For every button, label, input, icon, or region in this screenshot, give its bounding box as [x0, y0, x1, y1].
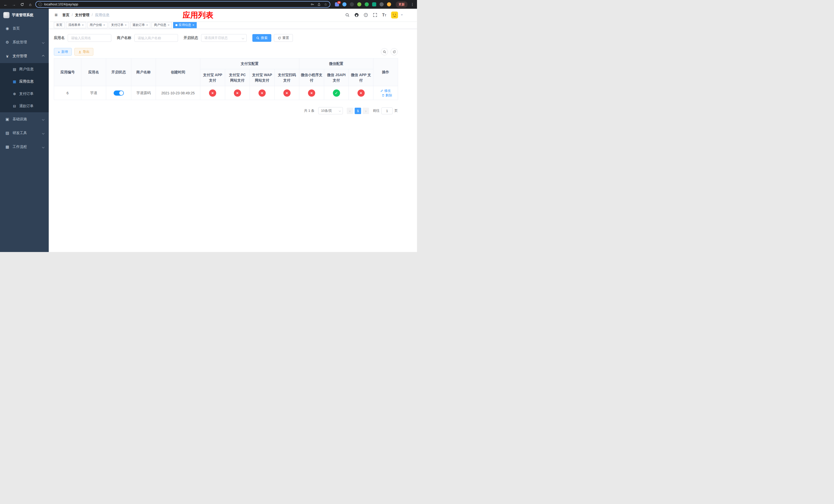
bookmark-star-icon[interactable]: ☆	[324, 3, 327, 6]
app-name-input[interactable]	[68, 34, 111, 42]
order-icon: ⊕	[12, 92, 17, 96]
extension-icon-4[interactable]	[357, 2, 361, 6]
chrome-update-button[interactable]: 更新	[396, 1, 408, 8]
grid-icon: ▦	[12, 79, 17, 84]
tab-user-group[interactable]: 用户分组×	[87, 22, 108, 28]
tags-view-bar: 首页 流程表单× 用户分组× 支付订单× 退款订单× 商户信息× 应用信息×	[49, 21, 417, 29]
page-number-1[interactable]: 1	[355, 108, 361, 114]
app-table: 应用编号 应用名 开启状态 商户名称 创建时间 支付宝配置 微信配置 操作 支付…	[54, 58, 398, 100]
edit-button[interactable]: 修改	[380, 88, 391, 93]
address-bar[interactable]: i localhost:1024/pay/app ☆	[36, 1, 330, 8]
breadcrumb-payment[interactable]: 支付管理	[69, 13, 89, 18]
sidebar-item-home[interactable]: ◉ 首页	[0, 22, 49, 36]
chevron-down-icon	[339, 110, 341, 112]
total-count: 共 1 条	[304, 109, 314, 113]
chrome-menu-icon[interactable]: ⋮	[410, 2, 415, 6]
document-icon: ⊟	[12, 104, 17, 108]
cell-status	[106, 86, 131, 100]
forward-icon[interactable]: →	[11, 1, 17, 7]
search-button[interactable]: 搜索	[253, 34, 271, 42]
sidebar-item-merchant-info[interactable]: ▤ 商户信息	[0, 63, 49, 75]
browser-toolbar: ← → ⌂ i localhost:1024/pay/app ☆ 10 更新 ⋮	[0, 0, 417, 9]
alipay-app-status-icon: ×	[209, 90, 216, 97]
app-main: 应用名 商户名称 开启状态 请选择开启状态	[49, 29, 417, 252]
sidebar-item-infrastructure[interactable]: ▣ 基础设施	[0, 112, 49, 126]
font-size-icon[interactable]: TT	[382, 13, 386, 17]
tab-home[interactable]: 首页	[54, 22, 65, 28]
fullscreen-icon[interactable]	[373, 13, 377, 17]
reset-button[interactable]: 重置	[274, 34, 293, 42]
delete-button[interactable]: 删除	[381, 93, 392, 98]
refresh-icon	[278, 37, 281, 40]
page-size-select[interactable]: 10条/页	[318, 107, 343, 114]
extension-icon-5[interactable]	[365, 2, 369, 6]
close-icon[interactable]: ×	[125, 23, 127, 27]
add-button[interactable]: + 新增	[54, 48, 72, 55]
merchant-name-input[interactable]	[134, 34, 178, 42]
status-toggle[interactable]	[114, 91, 124, 96]
home-icon[interactable]: ⌂	[27, 1, 33, 7]
refresh-icon	[393, 50, 396, 53]
col-merchant: 商户名称	[131, 59, 156, 86]
extension-icon-8[interactable]	[387, 2, 391, 6]
alipay-wap-status-icon: ×	[259, 90, 266, 97]
close-icon[interactable]: ×	[168, 23, 170, 27]
sidebar-item-payment[interactable]: ¥ 支付管理	[0, 49, 49, 63]
close-icon[interactable]: ×	[82, 23, 84, 27]
reload-icon[interactable]	[19, 1, 25, 7]
refresh-table-button[interactable]	[391, 48, 398, 55]
search-icon[interactable]	[345, 13, 350, 17]
payment-submenu: ▤ 商户信息 ▦ 应用信息 ⊕ 支付订单 ⊟ 退款订单	[0, 63, 49, 112]
goto-page-input[interactable]	[381, 108, 393, 114]
wx-lite-status-icon: ×	[308, 90, 315, 97]
close-icon[interactable]: ×	[146, 23, 148, 27]
sidebar-item-dev-tools[interactable]: ▨ 研发工具	[0, 126, 49, 140]
sidebar-item-pay-order[interactable]: ⊕ 支付订单	[0, 88, 49, 100]
back-icon[interactable]: ←	[3, 1, 9, 7]
sidebar-item-system[interactable]: ⚙ 系统管理	[0, 36, 49, 49]
sidebar-item-workflow[interactable]: ▩ 工作流程	[0, 140, 49, 154]
top-navbar: ≡ 首页 支付管理 应用信息 应用列表 ? TT	[49, 9, 417, 21]
gear-icon: ⚙	[5, 40, 9, 45]
tab-merchant-info[interactable]: 商户信息×	[152, 22, 172, 28]
app-brand: 芋道管理系统	[0, 9, 49, 22]
alipay-qr-status-icon: ×	[283, 90, 290, 97]
user-avatar[interactable]	[391, 12, 398, 19]
share-icon[interactable]	[317, 3, 321, 6]
svg-text:?: ?	[365, 14, 367, 17]
status-select[interactable]: 请选择开启状态	[201, 34, 247, 42]
card-icon: ▤	[12, 67, 17, 71]
export-button[interactable]: 导出	[74, 48, 93, 55]
next-page-button[interactable]: ›	[363, 108, 369, 114]
breadcrumb-home[interactable]: 首页	[62, 13, 69, 18]
extension-icon-3[interactable]	[350, 2, 354, 6]
toolbox-icon: ▨	[5, 131, 9, 135]
prev-page-button[interactable]: ‹	[347, 108, 353, 114]
close-icon[interactable]: ×	[192, 23, 194, 27]
extension-icon-7[interactable]	[379, 2, 384, 6]
toggle-search-button[interactable]	[381, 48, 388, 55]
tab-pay-order[interactable]: 支付订单×	[109, 22, 129, 28]
tab-app-info[interactable]: 应用信息×	[173, 22, 197, 28]
extension-icon-6[interactable]	[372, 2, 376, 6]
site-info-icon[interactable]: i	[39, 3, 42, 6]
close-icon[interactable]: ×	[103, 23, 105, 27]
extension-icon-1[interactable]: 10	[335, 2, 339, 6]
chevron-down-icon	[42, 41, 45, 44]
password-key-icon[interactable]	[311, 3, 314, 6]
sidebar-toggle-icon[interactable]: ≡	[52, 12, 60, 18]
app-title: 芋道管理系统	[12, 13, 33, 18]
tab-refund-order[interactable]: 退款订单×	[130, 22, 151, 28]
sidebar-item-refund-order[interactable]: ⊟ 退款订单	[0, 100, 49, 112]
search-icon	[383, 50, 386, 53]
extension-icon-2[interactable]	[343, 2, 347, 6]
edit-pen-icon	[380, 89, 383, 92]
plus-icon: +	[58, 50, 60, 54]
extension-badge: 10	[337, 1, 341, 4]
sidebar-item-app-info[interactable]: ▦ 应用信息	[0, 75, 49, 88]
cell-created: 2021-10-23 08:49:25	[156, 86, 200, 100]
user-menu-caret-icon[interactable]	[401, 14, 403, 16]
tab-flow-form[interactable]: 流程表单×	[66, 22, 86, 28]
help-icon[interactable]: ?	[364, 13, 368, 17]
github-icon[interactable]	[354, 13, 359, 17]
